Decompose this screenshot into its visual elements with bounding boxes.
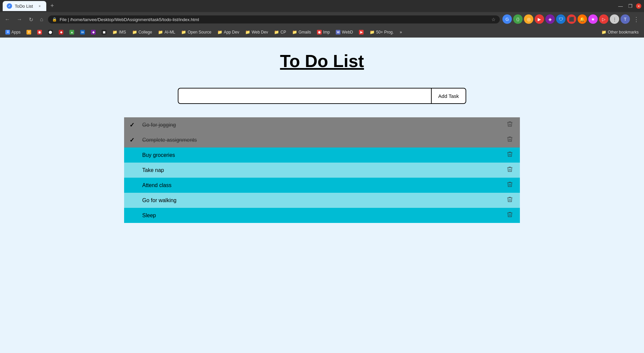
- back-button[interactable]: ←: [3, 15, 12, 24]
- bookmark-cp[interactable]: 📁 CP: [271, 29, 289, 36]
- delete-task-button[interactable]: [505, 180, 515, 191]
- bookmark-9[interactable]: ▣: [99, 29, 109, 36]
- bookmark-college[interactable]: 📁 College: [129, 29, 155, 36]
- google-account-button[interactable]: G: [502, 14, 512, 24]
- reload-button[interactable]: ↻: [27, 15, 35, 24]
- close-button[interactable]: ✕: [636, 3, 641, 9]
- browser-controls: ← → ↻ ⌂ 🔒 File | /home/tanvee/Desktop/We…: [0, 12, 644, 27]
- page-title: To Do List: [280, 51, 364, 71]
- bookmark-favicon-webd: W: [336, 30, 340, 35]
- bookmark-webd[interactable]: W WebD: [333, 29, 356, 36]
- bookmark-8[interactable]: ◈: [88, 29, 98, 36]
- extension-button-1[interactable]: ⟨⟩: [513, 14, 523, 24]
- bookmark-label-appdev: App Dev: [224, 30, 239, 35]
- home-button[interactable]: ⌂: [38, 15, 45, 24]
- task-text: Take nap: [140, 167, 505, 173]
- task-item[interactable]: ✓Complete assignments: [124, 132, 520, 148]
- folder-icon-college: 📁: [132, 30, 137, 35]
- delete-task-button[interactable]: [505, 119, 515, 130]
- task-item[interactable]: Sleep: [124, 208, 520, 223]
- trash-icon: [506, 211, 513, 218]
- address-bar[interactable]: File | /home/tanvee/Desktop/WebDAssignme…: [60, 17, 489, 22]
- task-checkmark[interactable]: ✓: [129, 121, 140, 129]
- task-item[interactable]: Attend class: [124, 178, 520, 193]
- active-tab[interactable]: ✓ ToDo List ×: [3, 1, 46, 11]
- bookmark-opensource[interactable]: 📁 Open Source: [178, 29, 214, 36]
- extension-button-6[interactable]: ⬛: [567, 14, 576, 24]
- bookmark-other[interactable]: 📁 Other bookmarks: [599, 29, 641, 36]
- folder-icon-other: 📁: [601, 30, 606, 35]
- task-input[interactable]: [178, 88, 431, 104]
- task-text: Buy groceries: [140, 152, 505, 158]
- delete-task-button[interactable]: [505, 195, 515, 206]
- bookmark-aiml[interactable]: 📁 AI-ML: [155, 29, 178, 36]
- bookmark-gmails[interactable]: 📁 Gmails: [289, 29, 314, 36]
- folder-icon-appdev: 📁: [217, 30, 222, 35]
- bookmark-ims[interactable]: 📁 IMS: [110, 29, 128, 36]
- bookmark-label-webdev: Web Dev: [252, 30, 268, 35]
- trash-icon: [506, 121, 513, 127]
- bookmark-7[interactable]: in: [77, 29, 88, 36]
- task-item[interactable]: Go for walking: [124, 193, 520, 208]
- folder-icon-ims: 📁: [112, 30, 117, 35]
- bookmark-6[interactable]: ▲: [67, 29, 77, 36]
- extension-button-2[interactable]: ◎: [524, 14, 533, 24]
- delete-task-button[interactable]: [505, 134, 515, 145]
- extensions-button[interactable]: ⋮: [610, 14, 619, 24]
- delete-task-button[interactable]: [505, 210, 515, 221]
- task-item[interactable]: Take nap: [124, 163, 520, 178]
- address-bar-container[interactable]: 🔒 File | /home/tanvee/Desktop/WebDAssign…: [48, 15, 500, 23]
- address-url: /home/tanvee/Desktop/WebDAssignment/task…: [70, 17, 199, 22]
- delete-task-button[interactable]: [505, 150, 515, 161]
- bookmark-webdev[interactable]: 📁 Web Dev: [243, 29, 271, 36]
- bookmark-50prog[interactable]: 📁 50+ Prog.: [367, 29, 396, 36]
- profile-button[interactable]: T: [621, 14, 630, 24]
- bookmark-favicon-6: ▲: [69, 30, 74, 35]
- bookmark-appdev[interactable]: 📁 App Dev: [215, 29, 242, 36]
- extension-button-9[interactable]: ▷: [599, 14, 608, 24]
- bookmark-5[interactable]: ◆: [56, 29, 66, 36]
- bookmark-favicon-9: ▣: [102, 30, 106, 35]
- bookmark-more-label: »: [400, 30, 402, 35]
- task-item[interactable]: ✓Go for jogging: [124, 117, 520, 132]
- forward-button[interactable]: →: [15, 15, 24, 24]
- bookmark-label-ims: IMS: [119, 30, 126, 35]
- folder-icon-gmails: 📁: [292, 30, 297, 35]
- add-task-button[interactable]: Add Task: [431, 88, 466, 104]
- bookmark-favicon-5: ◆: [59, 30, 63, 35]
- extension-button-3[interactable]: ▶: [535, 14, 544, 24]
- trash-icon: [506, 151, 513, 158]
- browser-action-buttons: G ⟨⟩ ◎ ▶ ◈ 🛡 ⬛ 🔔 ★ ▷ ⋮ T ⋮: [502, 14, 641, 24]
- minimize-button[interactable]: —: [616, 3, 625, 9]
- bookmark-favicon-3: ◉: [37, 30, 42, 35]
- bookmark-star-icon[interactable]: ☆: [491, 17, 496, 22]
- page-content: To Do List Add Task ✓Go for jogging ✓Com…: [0, 38, 644, 353]
- bookmark-2[interactable]: Y: [24, 29, 34, 36]
- tab-close-button[interactable]: ×: [37, 3, 42, 9]
- delete-task-button[interactable]: [505, 165, 515, 176]
- folder-icon-cp: 📁: [274, 30, 279, 35]
- bookmark-label-other: Other bookmarks: [608, 30, 639, 35]
- address-prefix: File: [60, 17, 67, 22]
- task-input-row: Add Task: [178, 88, 466, 104]
- bookmark-3[interactable]: ◉: [35, 29, 45, 36]
- bookmark-4[interactable]: ⬤: [45, 29, 55, 36]
- extension-button-5[interactable]: 🛡: [556, 14, 566, 24]
- extension-button-4[interactable]: ◈: [545, 14, 555, 24]
- task-checkmark[interactable]: ✓: [129, 136, 140, 144]
- bookmark-label-college: College: [139, 30, 152, 35]
- bookmark-apps[interactable]: ⠿ Apps: [3, 29, 23, 36]
- bookmark-imp[interactable]: ◉ Imp: [314, 29, 332, 36]
- trash-icon: [506, 166, 513, 173]
- task-text: Go for jogging: [140, 122, 505, 128]
- menu-button[interactable]: ⋮: [631, 14, 641, 24]
- task-item[interactable]: Buy groceries: [124, 148, 520, 163]
- maximize-button[interactable]: ❐: [626, 3, 635, 9]
- bookmark-yt[interactable]: ▶: [356, 29, 366, 36]
- bookmark-more[interactable]: »: [397, 29, 405, 36]
- extension-button-7[interactable]: 🔔: [578, 14, 587, 24]
- task-text: Complete assignments: [140, 137, 505, 143]
- extension-button-8[interactable]: ★: [588, 14, 598, 24]
- bookmark-favicon-8: ◈: [91, 30, 96, 35]
- new-tab-button[interactable]: +: [48, 2, 57, 9]
